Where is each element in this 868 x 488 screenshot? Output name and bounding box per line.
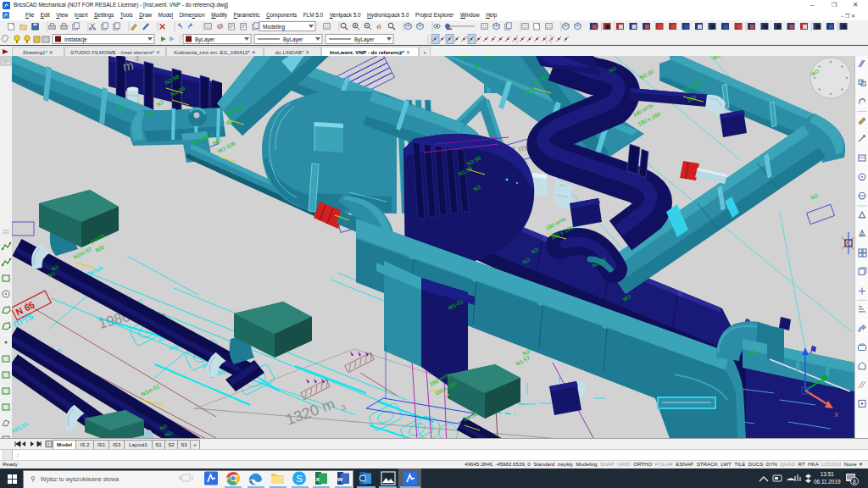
svg-text:Modeling: Modeling [263,24,285,30]
svg-text:ByLayer: ByLayer [283,36,303,43]
svg-text:ByLayer: ByLayer [195,36,215,43]
svg-text:8: 8 [853,479,856,485]
svg-text:instalacje: instalacje [64,36,87,43]
svg-text:w: w [337,475,343,483]
svg-text:Y: Y [830,368,835,375]
svg-text:ByLayer: ByLayer [354,36,375,43]
svg-text:S: S [297,474,303,484]
svg-text:x: x [316,475,320,483]
svg-text:X: X [834,411,839,419]
